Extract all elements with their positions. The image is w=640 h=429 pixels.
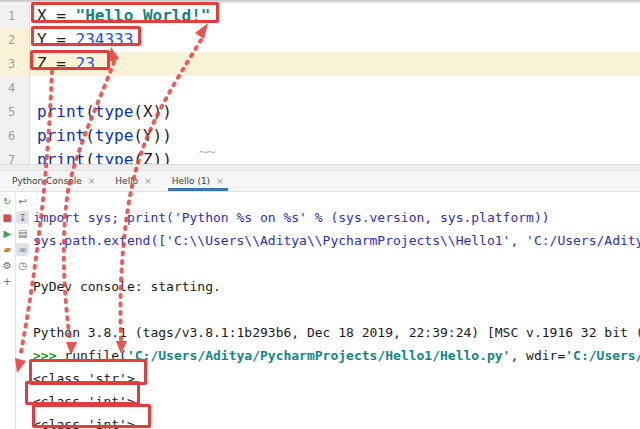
scroll-to-end-icon[interactable]: ↧ bbox=[16, 211, 29, 224]
code-token-plain: X = bbox=[37, 6, 76, 25]
console-line: Python 3.8.1 (tags/v3.8.1:1b293b6, Dec 1… bbox=[30, 321, 640, 344]
code-token-plain: ( bbox=[85, 102, 95, 121]
packages-icon[interactable]: ▰ bbox=[1, 243, 14, 256]
line-number: 2 bbox=[0, 28, 30, 52]
line-number: 3 bbox=[0, 52, 30, 76]
code-token-plain: Y = bbox=[37, 30, 76, 49]
tab-label: Python Console bbox=[12, 176, 82, 186]
code-text[interactable]: Z = 23 bbox=[30, 52, 640, 76]
code-token-number: 234333 bbox=[76, 30, 134, 49]
console-token-text: Python 3.8.1 (tags/v3.8.1:1b293b6, Dec 1… bbox=[33, 325, 640, 340]
code-token-builtin: print bbox=[37, 102, 85, 121]
tab-hello[interactable]: Hello× bbox=[113, 171, 153, 191]
console-line: >>> runfile('C:/Users/Aditya/PycharmProj… bbox=[30, 344, 640, 367]
code-token-string: "Hello World!" bbox=[76, 6, 211, 25]
code-token-plain: ( bbox=[85, 126, 95, 145]
console-token-echo: sys.path.extend(['C:\\Users\\Aditya\\Pyc… bbox=[33, 233, 640, 248]
console-token-text: runfile( bbox=[64, 348, 127, 363]
editor-lines: 1X = "Hello World!"2Y = 2343333Z = 2345p… bbox=[0, 3, 640, 172]
console-token-text: PyDev console: starting. bbox=[33, 279, 221, 294]
tab-close-icon[interactable]: × bbox=[144, 176, 152, 186]
tab-close-icon[interactable]: × bbox=[216, 176, 224, 186]
line-number: 4 bbox=[0, 76, 30, 100]
code-token-plain: Z = bbox=[37, 54, 76, 73]
rerun-icon[interactable]: ↻ bbox=[1, 195, 14, 208]
resume-icon[interactable]: ▶ bbox=[1, 227, 14, 240]
console-token-text: <class 'int'> bbox=[33, 417, 135, 429]
console-line: <class 'int'> bbox=[30, 390, 640, 413]
soft-wrap-icon[interactable]: ↩ bbox=[16, 195, 29, 208]
code-token-builtin: type bbox=[95, 102, 134, 121]
code-text[interactable]: X = "Hello World!" bbox=[30, 4, 640, 28]
line-number: 6 bbox=[0, 124, 30, 148]
console-token-path: 'C:/Users/A bbox=[565, 348, 640, 363]
console-line bbox=[30, 298, 640, 321]
history-icon[interactable]: ◷ bbox=[16, 259, 29, 272]
console-token-prompt: >>> bbox=[33, 348, 64, 363]
code-token-builtin: type bbox=[95, 126, 134, 145]
tab-hello-1-[interactable]: Hello (1)× bbox=[170, 171, 226, 191]
code-text[interactable]: Y = 234333 bbox=[30, 28, 640, 52]
python-console-panel: ↻■▶▰⚙+ ↩↧▤∞◷ import sys; print('Python %… bbox=[0, 192, 640, 429]
console-line: <class 'str'> bbox=[30, 367, 640, 390]
pycharm-window: { "colors": { "annotation_red": "#e23d3d… bbox=[0, 0, 640, 429]
code-text[interactable]: print(type(Y)) bbox=[30, 124, 640, 148]
console-line: sys.path.extend(['C:\\Users\\Aditya\\Pyc… bbox=[30, 229, 640, 252]
console-output[interactable]: import sys; print('Python %s on %s' % (s… bbox=[30, 192, 640, 429]
editor-console-splitter[interactable] bbox=[0, 164, 640, 171]
tab-label: Hello (1) bbox=[172, 176, 210, 186]
code-token-number: 23 bbox=[76, 54, 95, 73]
weak-warning-squiggle: ~~ bbox=[198, 144, 214, 159]
settings-gear-icon[interactable]: ⚙ bbox=[1, 259, 14, 272]
console-line bbox=[30, 252, 640, 275]
editor-line: 6print(type(Y)) bbox=[0, 124, 640, 148]
editor-line: 4 bbox=[0, 76, 640, 100]
show-variables-icon[interactable]: ∞ bbox=[16, 243, 29, 256]
console-tab-bar: Python Console×Hello×Hello (1)× bbox=[0, 171, 640, 192]
code-token-plain: (X)) bbox=[133, 102, 172, 121]
code-token-builtin: print bbox=[37, 126, 85, 145]
editor-line: 3Z = 23 bbox=[0, 52, 640, 76]
console-toolbar-options: ↩↧▤∞◷ bbox=[16, 192, 31, 429]
code-text[interactable]: print(type(X)) bbox=[30, 100, 640, 124]
tab-close-icon[interactable]: × bbox=[88, 176, 96, 186]
console-toolbar: ↻■▶▰⚙+ ↩↧▤∞◷ bbox=[0, 192, 30, 429]
line-number: 1 bbox=[0, 4, 30, 28]
console-toolbar-actions: ↻■▶▰⚙+ bbox=[0, 192, 16, 429]
editor-line: 5print(type(X)) bbox=[0, 100, 640, 124]
print-icon[interactable]: ▤ bbox=[16, 227, 29, 240]
code-token-plain: (Y)) bbox=[133, 126, 172, 145]
stop-icon[interactable]: ■ bbox=[1, 211, 14, 224]
editor-line: 1X = "Hello World!" bbox=[0, 4, 640, 28]
code-editor[interactable]: 1X = "Hello World!"2Y = 2343333Z = 2345p… bbox=[0, 3, 640, 164]
line-number: 5 bbox=[0, 100, 30, 124]
code-text[interactable] bbox=[30, 76, 640, 100]
add-icon[interactable]: + bbox=[1, 275, 14, 288]
tab-python-console[interactable]: Python Console× bbox=[10, 171, 97, 191]
console-token-text: , wdir= bbox=[510, 348, 565, 363]
console-token-text: <class 'str'> bbox=[33, 371, 135, 386]
console-line: <class 'int'> bbox=[30, 413, 640, 429]
console-token-text: <class 'int'> bbox=[33, 394, 135, 409]
console-token-path: 'C:/Users/Aditya/PycharmProjects/Hello1/… bbox=[127, 348, 511, 363]
tab-label: Hello bbox=[115, 176, 138, 186]
editor-line: 2Y = 234333 bbox=[0, 28, 640, 52]
console-token-echo: import sys; print('Python %s on %s' % (s… bbox=[33, 210, 550, 225]
console-line: import sys; print('Python %s on %s' % (s… bbox=[30, 206, 640, 229]
console-line: PyDev console: starting. bbox=[30, 275, 640, 298]
